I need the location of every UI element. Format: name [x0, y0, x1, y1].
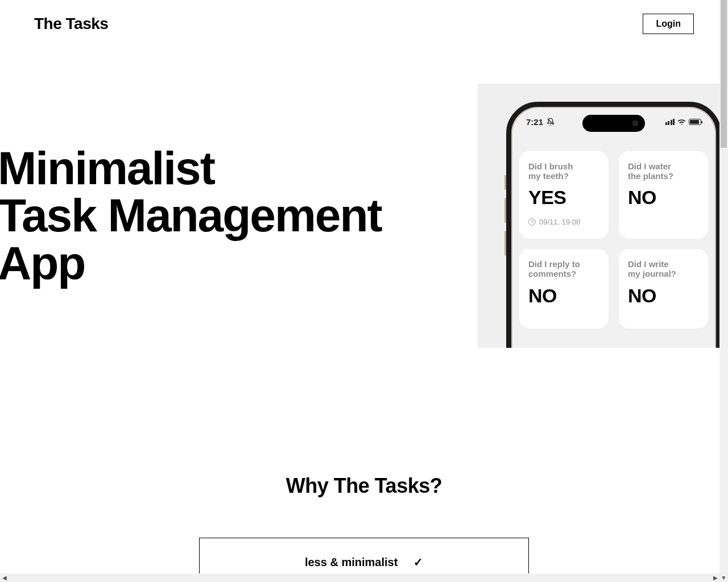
card-question-line1: Did I brush	[528, 161, 573, 171]
clock-icon	[528, 218, 536, 226]
wifi-icon	[677, 119, 686, 125]
scroll-right-arrow-icon[interactable]: ▶	[711, 573, 719, 582]
task-card: Did I reply to comments? NO	[519, 249, 609, 329]
card-question-line2: my teeth?	[528, 171, 569, 181]
phone-time: 7:21	[526, 117, 543, 127]
card-answer: NO	[628, 285, 699, 307]
card-question-line2: comments?	[528, 269, 576, 278]
battery-icon	[689, 119, 701, 125]
hero-title-line1: Minimalist	[0, 142, 214, 194]
phone-mockup: 7:21	[506, 102, 721, 348]
card-answer: NO	[628, 186, 699, 209]
why-heading: Why The Tasks?	[0, 474, 728, 498]
feature-box-text: less & minimalist ✓	[305, 556, 423, 568]
card-question-line2: the plants?	[628, 171, 673, 181]
card-question-line1: Did I water	[628, 161, 671, 171]
phone-side-buttons	[504, 175, 506, 264]
hero-title: Minimalist Task Management App	[0, 144, 478, 287]
card-question-line1: Did I write	[628, 259, 669, 269]
card-answer: YES	[528, 186, 599, 209]
bell-off-icon	[547, 118, 555, 126]
horizontal-scrollbar[interactable]: ◀ ▶	[0, 573, 719, 582]
hero-title-line2: Task Management	[0, 189, 382, 241]
card-timestamp: 09/11, 19:08	[539, 218, 580, 226]
hero-phone-panel: 7:21	[478, 84, 728, 348]
phone-notch	[582, 115, 645, 132]
login-button[interactable]: Login	[643, 14, 694, 34]
scroll-left-arrow-icon[interactable]: ◀	[0, 573, 9, 582]
vertical-scroll-thumb[interactable]	[721, 0, 727, 148]
task-card: Did I brush my teeth? YES 09/11, 19:08	[519, 151, 609, 239]
card-question-line2: my journal?	[628, 269, 676, 278]
card-question-line1: Did I reply to	[528, 259, 580, 269]
hero-title-line3: App	[0, 237, 85, 289]
task-card: Did I write my journal? NO	[619, 249, 708, 329]
task-card: Did I water the plants? NO	[619, 151, 708, 239]
vertical-scrollbar[interactable]: ▲ ▼	[719, 0, 728, 582]
card-answer: NO	[528, 285, 599, 307]
logo[interactable]: The Tasks	[34, 15, 108, 33]
scroll-down-arrow-icon[interactable]: ▼	[719, 573, 728, 582]
signal-icon	[665, 119, 675, 125]
